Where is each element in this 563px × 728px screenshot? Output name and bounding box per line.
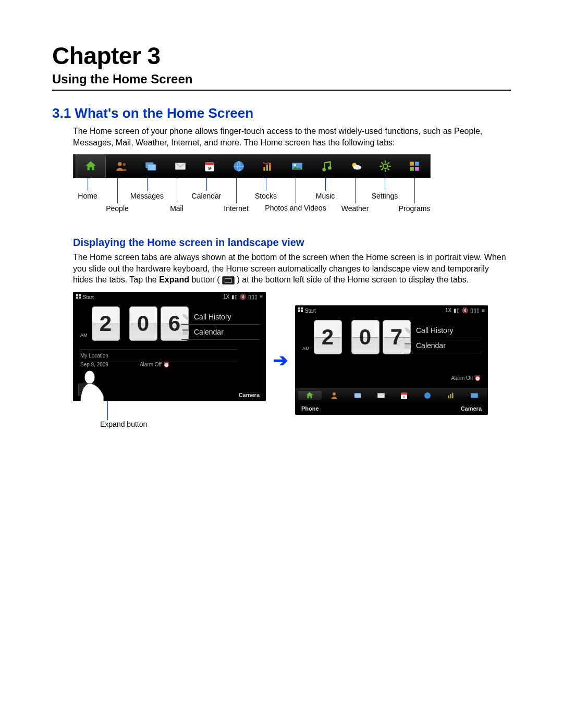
battery-icon: ▯▯▯ bbox=[470, 307, 480, 313]
subsection-heading: Displaying the Home screen in landscape … bbox=[73, 237, 511, 249]
tab-stocks[interactable] bbox=[253, 155, 283, 178]
ampm-label: AM bbox=[80, 332, 88, 341]
tab-settings[interactable] bbox=[371, 155, 400, 178]
camera-softkey[interactable]: Camera bbox=[461, 405, 482, 412]
mini-tab-mail[interactable] bbox=[369, 391, 393, 400]
tab-programs[interactable] bbox=[400, 155, 429, 178]
link-call-history[interactable]: Call History bbox=[403, 323, 482, 338]
mini-tab-people[interactable] bbox=[323, 391, 346, 400]
svg-rect-31 bbox=[76, 294, 78, 296]
svg-point-15 bbox=[328, 166, 332, 170]
expanded-tabbar: 9 bbox=[295, 388, 488, 403]
expand-inline-icon bbox=[222, 276, 235, 285]
speaker-icon: 🔇 bbox=[240, 294, 246, 300]
page: Chapter 3 Using the Home Screen 3.1 What… bbox=[0, 0, 563, 460]
alarm-row: Alarm Off ⏰ bbox=[451, 375, 481, 381]
tab-weather[interactable] bbox=[341, 155, 371, 178]
people-icon bbox=[115, 159, 128, 173]
gear-icon bbox=[378, 159, 392, 173]
phone-screenshot-left: Start 1X ▮▯ 🔇 ▯▯▯ ≡ AM 2 0 6 bbox=[73, 292, 266, 401]
clock-min1: 0 bbox=[351, 320, 380, 354]
svg-rect-45 bbox=[405, 343, 411, 344]
globe-icon bbox=[232, 159, 246, 173]
date-row: Sep 9, 2009 Alarm Off ⏰ bbox=[80, 362, 169, 367]
arrow-right-icon: ➔ bbox=[273, 350, 288, 371]
svg-rect-43 bbox=[301, 310, 303, 312]
signal-bars-icon: ▮▯ bbox=[454, 307, 460, 313]
tab-music[interactable] bbox=[312, 155, 341, 178]
camera-softkey[interactable]: Camera bbox=[239, 392, 260, 398]
svg-rect-30 bbox=[415, 167, 419, 171]
calendar-small-icon bbox=[181, 328, 190, 336]
mini-tab-stocks[interactable] bbox=[439, 391, 463, 400]
label-weather: Weather bbox=[341, 204, 369, 213]
svg-point-13 bbox=[294, 164, 296, 166]
location-label: My Location bbox=[80, 353, 108, 359]
link-call-history[interactable]: Call History bbox=[181, 310, 260, 325]
chapter-subtitle: Using the Home Screen bbox=[52, 72, 511, 91]
svg-rect-55 bbox=[452, 393, 453, 399]
mini-tab-calendar[interactable]: 9 bbox=[393, 391, 416, 400]
para-bold-expand: Expand bbox=[159, 275, 189, 284]
svg-rect-10 bbox=[266, 165, 268, 171]
para-text-2: button ( bbox=[189, 275, 220, 284]
tab-internet[interactable] bbox=[224, 155, 253, 178]
clock-min1: 0 bbox=[129, 306, 157, 341]
svg-point-52 bbox=[424, 392, 431, 399]
svg-line-24 bbox=[387, 169, 389, 170]
finger-tap-illustration bbox=[75, 368, 112, 401]
tab-mail[interactable] bbox=[166, 155, 195, 178]
tab-calendar[interactable]: 9 bbox=[195, 155, 224, 178]
programs-icon bbox=[408, 159, 421, 173]
start-label[interactable]: Start bbox=[298, 307, 316, 314]
svg-rect-3 bbox=[148, 165, 156, 170]
chapter-title: Chapter 3 bbox=[52, 42, 511, 70]
mini-tab-home[interactable] bbox=[298, 391, 322, 400]
expand-button-callout: Expand button bbox=[100, 420, 266, 428]
link-calendar[interactable]: Calendar bbox=[403, 338, 482, 353]
svg-point-18 bbox=[383, 164, 387, 169]
signal-bars-icon: ▮▯ bbox=[231, 294, 238, 300]
tab-labels: Home People Messages Mail Calendar Inter… bbox=[73, 178, 430, 225]
tab-people[interactable] bbox=[107, 155, 136, 178]
mini-tab-photos[interactable] bbox=[462, 391, 486, 400]
photos-icon bbox=[290, 159, 304, 173]
tabbar-figure: 9 bbox=[73, 154, 511, 225]
start-label[interactable]: Start bbox=[76, 294, 94, 300]
svg-line-23 bbox=[381, 163, 383, 164]
svg-rect-56 bbox=[471, 393, 478, 398]
svg-point-17 bbox=[353, 165, 361, 170]
weather-icon bbox=[349, 159, 363, 173]
svg-rect-32 bbox=[79, 294, 81, 296]
clock-hour: 2 bbox=[92, 306, 120, 341]
mail-icon bbox=[174, 159, 187, 173]
intro-paragraph: The Home screen of your phone allows fin… bbox=[73, 126, 511, 148]
label-home: Home bbox=[78, 192, 97, 200]
messages-icon bbox=[144, 159, 157, 173]
menu-icon: ≡ bbox=[260, 294, 263, 300]
tab-photos-videos[interactable] bbox=[283, 155, 312, 178]
svg-rect-47 bbox=[354, 393, 361, 398]
phone-softkey[interactable]: Phone bbox=[301, 405, 319, 412]
landscape-figure-row: Start 1X ▮▯ 🔇 ▯▯▯ ≡ AM 2 0 6 bbox=[73, 292, 511, 428]
svg-text:9: 9 bbox=[208, 165, 211, 171]
para-text-3: ) at the bottom left side of the Home sc… bbox=[237, 275, 469, 284]
label-internet: Internet bbox=[224, 204, 248, 213]
menu-icon: ≡ bbox=[482, 307, 485, 313]
svg-point-39 bbox=[84, 371, 95, 384]
status-icons: 1X ▮▯ 🔇 ▯▯▯ ≡ bbox=[445, 307, 485, 313]
flip-clock: AM 2 0 7 bbox=[302, 320, 411, 354]
mini-tab-internet[interactable] bbox=[416, 391, 439, 400]
phone-screenshot-right: Start 1X ▮▯ 🔇 ▯▯▯ ≡ AM 2 0 7 bbox=[295, 305, 488, 415]
alarm-label: Alarm Off ⏰ bbox=[140, 362, 169, 367]
link-calendar[interactable]: Calendar bbox=[181, 325, 260, 340]
svg-rect-53 bbox=[448, 396, 449, 398]
label-programs: Programs bbox=[399, 204, 431, 213]
quick-links: Call History Calendar bbox=[403, 323, 482, 353]
windows-icon bbox=[76, 294, 81, 299]
svg-point-0 bbox=[118, 162, 122, 166]
tab-messages[interactable] bbox=[136, 155, 165, 178]
svg-point-1 bbox=[123, 163, 126, 166]
tab-home[interactable] bbox=[76, 154, 106, 178]
mini-tab-messages[interactable] bbox=[346, 391, 370, 400]
